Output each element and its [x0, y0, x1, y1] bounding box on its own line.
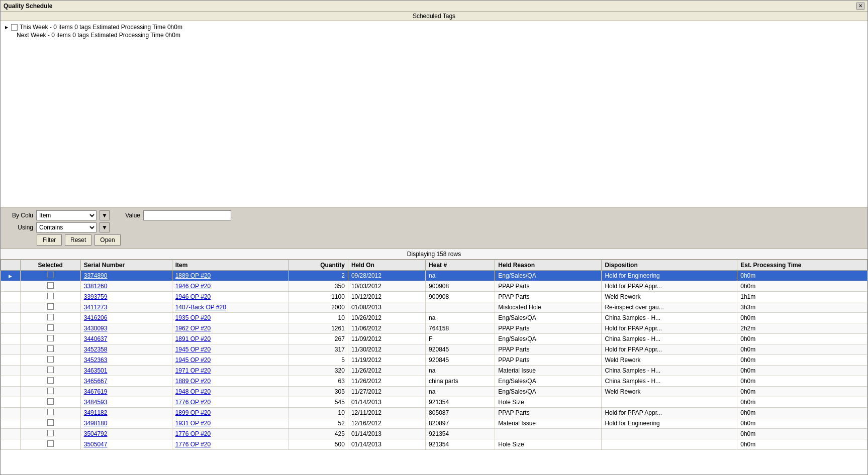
header-quantity[interactable]: Quantity — [288, 260, 348, 271]
serial-link[interactable]: 3504792 — [84, 430, 108, 437]
row-checkbox[interactable] — [47, 335, 54, 341]
serial-link[interactable]: 3505047 — [84, 441, 108, 448]
table-row[interactable]: 34112731407-Back OP #20200001/08/2013Mis… — [1, 302, 867, 313]
serial-link[interactable]: 3491182 — [84, 409, 108, 416]
header-serial[interactable]: Serial Number — [80, 260, 172, 271]
row-checkbox-cell[interactable] — [20, 292, 80, 302]
tree-row-next-week[interactable]: Next Week - 0 items 0 tags Estimated Pro… — [3, 31, 865, 39]
filter-button[interactable]: Filter — [37, 234, 62, 246]
table-row[interactable]: 34845931776 OP #2054501/14/2013921354Hol… — [1, 397, 867, 408]
column-select[interactable]: ItemSerial NumberQuantityHeld OnHeat #He… — [36, 210, 97, 220]
row-checkbox[interactable] — [47, 356, 54, 363]
table-row[interactable]: 34523581945 OP #2031711/30/2012920845PPA… — [1, 344, 867, 355]
serial-link[interactable]: 3440637 — [84, 335, 108, 342]
row-checkbox-cell[interactable] — [20, 366, 80, 376]
serial-link[interactable]: 3381260 — [84, 283, 108, 290]
table-row[interactable]: 33812601946 OP #2035010/03/2012900908PPA… — [1, 281, 867, 292]
item-link[interactable]: 1776 OP #20 — [175, 399, 211, 406]
serial-link[interactable]: 3416206 — [84, 314, 108, 321]
row-checkbox-cell[interactable] — [20, 376, 80, 387]
header-held-reason[interactable]: Held Reason — [495, 260, 602, 271]
item-link[interactable]: 1948 OP #20 — [175, 388, 211, 395]
row-checkbox-cell[interactable] — [20, 313, 80, 323]
serial-link[interactable]: 3498180 — [84, 420, 108, 427]
table-row[interactable]: 35047921776 OP #2042501/14/20139213540h0… — [1, 429, 867, 439]
row-checkbox-cell[interactable] — [20, 397, 80, 408]
table-row[interactable]: 34981801931 OP #205212/16/2012820897Mate… — [1, 418, 867, 429]
item-link[interactable]: 1889 OP #20 — [175, 378, 211, 385]
table-row[interactable]: 33937591946 OP #20110010/12/2012900908PP… — [1, 292, 867, 302]
serial-link[interactable]: 3484593 — [84, 399, 108, 406]
item-link[interactable]: 1971 OP #20 — [175, 367, 211, 374]
item-link[interactable]: 1899 OP #20 — [175, 409, 211, 416]
tree-checkbox-this-week[interactable] — [11, 24, 18, 31]
table-row[interactable]: 34406371891 OP #2026711/09/2012FEng/Sale… — [1, 334, 867, 344]
item-link[interactable]: 1776 OP #20 — [175, 441, 211, 448]
table-row[interactable]: 34911821899 OP #201012/11/2012805087PPAP… — [1, 408, 867, 418]
row-checkbox-cell[interactable] — [20, 334, 80, 344]
table-row[interactable]: 34300931962 OP #20126111/06/2012764158PP… — [1, 323, 867, 334]
row-checkbox-cell[interactable] — [20, 429, 80, 439]
row-checkbox[interactable] — [47, 303, 54, 310]
serial-link[interactable]: 3467619 — [84, 388, 108, 395]
tree-row-this-week[interactable]: ▶ This Week - 0 items 0 tags Estimated P… — [3, 23, 865, 31]
item-link[interactable]: 1889 OP #20 — [175, 272, 211, 279]
row-checkbox-cell[interactable] — [20, 387, 80, 397]
row-checkbox-cell[interactable] — [20, 344, 80, 355]
table-row[interactable]: 34162061935 OP #201010/26/2012naEng/Sale… — [1, 313, 867, 323]
table-row[interactable]: 34635011971 OP #2032011/26/2012naMateria… — [1, 366, 867, 376]
row-checkbox-cell[interactable] — [20, 408, 80, 418]
item-link[interactable]: 1962 OP #20 — [175, 325, 211, 332]
item-link[interactable]: 1776 OP #20 — [175, 430, 211, 437]
row-checkbox-cell[interactable] — [20, 271, 80, 281]
row-checkbox[interactable] — [47, 398, 54, 405]
item-link[interactable]: 1945 OP #20 — [175, 346, 211, 353]
table-row[interactable]: 34656671889 OP #206311/26/2012china part… — [1, 376, 867, 387]
serial-link[interactable]: 3452358 — [84, 346, 108, 353]
table-wrapper[interactable]: Selected Serial Number Item Quantity Hel… — [1, 260, 867, 474]
close-button[interactable]: ✕ — [856, 3, 864, 10]
serial-link[interactable]: 3465667 — [84, 378, 108, 385]
column-dropdown-arrow[interactable]: ▼ — [100, 210, 110, 220]
serial-link[interactable]: 3374890 — [84, 272, 108, 279]
item-link[interactable]: 1945 OP #20 — [175, 357, 211, 364]
row-checkbox-cell[interactable] — [20, 355, 80, 366]
row-checkbox[interactable] — [47, 282, 54, 289]
header-item[interactable]: Item — [172, 260, 288, 271]
item-link[interactable]: 1891 OP #20 — [175, 335, 211, 342]
using-dropdown-arrow[interactable]: ▼ — [100, 222, 110, 232]
serial-link[interactable]: 3411273 — [84, 304, 108, 311]
row-checkbox-cell[interactable] — [20, 302, 80, 313]
serial-link[interactable]: 3463501 — [84, 367, 108, 374]
table-row[interactable]: 34676191948 OP #2030511/27/2012naEng/Sal… — [1, 387, 867, 397]
row-checkbox[interactable] — [47, 272, 54, 278]
row-checkbox[interactable] — [47, 409, 54, 415]
row-checkbox[interactable] — [47, 388, 54, 394]
open-button[interactable]: Open — [94, 234, 120, 246]
value-input[interactable] — [143, 210, 231, 220]
row-checkbox[interactable] — [47, 419, 54, 426]
header-disposition[interactable]: Disposition — [602, 260, 737, 271]
using-select[interactable]: ContainsStarts WithEquals — [36, 222, 97, 232]
reset-button[interactable]: Reset — [65, 234, 91, 246]
row-checkbox[interactable] — [47, 367, 54, 373]
item-link[interactable]: 1946 OP #20 — [175, 293, 211, 300]
serial-link[interactable]: 3430093 — [84, 325, 108, 332]
item-link[interactable]: 1931 OP #20 — [175, 420, 211, 427]
header-held-on[interactable]: Held On — [348, 260, 425, 271]
item-link[interactable]: 1935 OP #20 — [175, 314, 211, 321]
row-checkbox[interactable] — [47, 430, 54, 436]
table-row[interactable]: 35050471776 OP #2050001/14/2013921354Hol… — [1, 439, 867, 450]
row-checkbox-cell[interactable] — [20, 418, 80, 429]
row-checkbox[interactable] — [47, 440, 54, 447]
row-checkbox[interactable] — [47, 293, 54, 299]
serial-link[interactable]: 3452363 — [84, 357, 108, 364]
row-checkbox[interactable] — [47, 324, 54, 331]
serial-link[interactable]: 3393759 — [84, 293, 108, 300]
row-checkbox-cell[interactable] — [20, 439, 80, 450]
header-heat[interactable]: Heat # — [426, 260, 495, 271]
row-checkbox[interactable] — [47, 314, 54, 320]
table-row[interactable]: 34523631945 OP #20511/19/2012920845PPAP … — [1, 355, 867, 366]
row-checkbox[interactable] — [47, 377, 54, 384]
row-checkbox[interactable] — [47, 345, 54, 352]
